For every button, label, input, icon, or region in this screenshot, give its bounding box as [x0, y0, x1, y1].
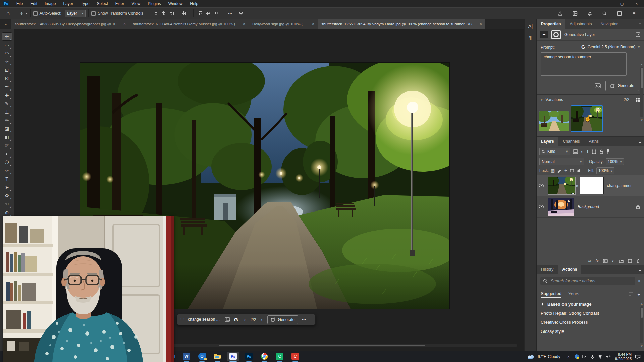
dodge-tool[interactable]: ◐◢: [2, 149, 12, 158]
document-tab-3[interactable]: Hollywood sign.jpg @ 100% (RG...×: [249, 19, 318, 29]
lock-paint-icon[interactable]: [557, 169, 561, 173]
variations-header[interactable]: ∨ Variations 2/2: [537, 95, 644, 105]
filter-shape-icon[interactable]: [592, 149, 596, 154]
menu-file[interactable]: File: [13, 0, 26, 7]
lock-transparent-icon[interactable]: ▦: [551, 168, 555, 173]
layer-mask-thumbnail[interactable]: [580, 177, 604, 194]
minimize-button[interactable]: ─: [600, 0, 614, 7]
layout-icon[interactable]: [571, 9, 579, 17]
filter-type-icon[interactable]: T: [586, 149, 589, 154]
variation-menu-icon[interactable]: •••: [596, 107, 601, 110]
lock-move-icon[interactable]: ✛: [564, 169, 567, 173]
prompt-textarea[interactable]: change season to summer: [541, 52, 627, 76]
add-mask-icon[interactable]: [603, 259, 608, 263]
align-bottom-icon[interactable]: [212, 9, 220, 17]
close-button[interactable]: ×: [629, 0, 644, 7]
layer-name[interactable]: chang...mmer: [607, 183, 632, 188]
panel-menu-icon[interactable]: ≡: [639, 267, 641, 273]
menu-window[interactable]: Window: [165, 0, 186, 7]
type-tool[interactable]: T: [2, 175, 12, 183]
weather-icon[interactable]: [527, 354, 535, 359]
adjustment-layer-icon[interactable]: ◐: [612, 259, 614, 263]
chevron-down-icon[interactable]: ▾: [26, 12, 28, 15]
tab-overflow-icon[interactable]: »: [0, 19, 11, 29]
blur-tool[interactable]: ❍◢: [2, 158, 12, 166]
actions-scrollbar[interactable]: [640, 306, 643, 343]
gradient-tool[interactable]: ◧◢: [2, 133, 12, 141]
brush-tool[interactable]: ✎◢: [2, 99, 12, 108]
more-options-icon[interactable]: •••: [226, 9, 234, 17]
lasso-tool[interactable]: ◠◢: [2, 49, 12, 57]
quick-select-tool[interactable]: ✧◢: [2, 57, 12, 66]
security-shield-icon[interactable]: [574, 354, 579, 359]
previous-variation-button[interactable]: ‹: [241, 316, 249, 323]
action-item-suggestion[interactable]: ✦ Based on your image: [537, 300, 644, 309]
menu-layer[interactable]: Layer: [59, 0, 77, 7]
taskbar-photoshop-icon[interactable]: Ps: [243, 352, 255, 361]
menu-edit[interactable]: Edit: [26, 0, 41, 7]
path-select-tool[interactable]: ➤◢: [2, 183, 12, 191]
document-tab-4[interactable]: shutterstock_1255113094 By Vadym Lavra.j…: [318, 19, 486, 29]
variation-thumbnail-2[interactable]: ••• ☝: [571, 106, 602, 131]
display-icon[interactable]: [582, 354, 587, 359]
tab-properties[interactable]: Properties: [537, 19, 565, 29]
actions-search-box[interactable]: [540, 277, 635, 285]
volume-icon[interactable]: [606, 355, 611, 359]
close-icon[interactable]: ×: [312, 22, 314, 26]
panel-menu-icon[interactable]: ≡: [639, 21, 641, 27]
add-action-icon[interactable]: +: [637, 292, 640, 297]
layer-target-dropdown[interactable]: Layer▾: [65, 10, 86, 17]
scroll-down-icon[interactable]: ∨: [640, 119, 643, 122]
align-top-icon[interactable]: [196, 9, 204, 17]
notification-icon[interactable]: [635, 354, 641, 359]
visibility-toggle[interactable]: [537, 175, 546, 196]
move-tool[interactable]: ✛◢: [2, 32, 12, 41]
hand-tool[interactable]: ☜◢: [2, 200, 12, 208]
horizontal-scrollbar[interactable]: [165, 344, 517, 347]
menu-help[interactable]: Help: [186, 0, 202, 7]
auto-select-checkbox[interactable]: [33, 11, 38, 16]
model-dropdown[interactable]: G Gemini 2.5 (Nano Banana) ∨: [581, 44, 640, 50]
tab-navigator[interactable]: Navigator: [596, 19, 622, 29]
menu-select[interactable]: Select: [93, 0, 111, 7]
align-left-icon[interactable]: [152, 9, 160, 17]
align-center-v-icon[interactable]: [180, 9, 189, 17]
drag-handle-icon[interactable]: ⋮⋮: [179, 318, 185, 321]
layer-thumbnail[interactable]: [548, 198, 574, 216]
tab-adjustments[interactable]: Adjustments: [565, 19, 596, 29]
maximize-button[interactable]: ▢: [614, 0, 629, 7]
crop-tool[interactable]: ⊡◢: [2, 66, 12, 74]
history-brush-tool[interactable]: ✏◢: [2, 116, 12, 124]
smudge-tool[interactable]: ☞◢: [2, 141, 12, 149]
filter-smart-icon[interactable]: [599, 149, 603, 154]
grid-view-icon[interactable]: [635, 97, 640, 102]
layer-thumbnail[interactable]: ✦: [548, 177, 576, 195]
generate-button[interactable]: Generate: [605, 81, 639, 91]
frame-tool[interactable]: ⊠◢: [2, 74, 12, 82]
tab-actions[interactable]: Actions: [558, 265, 581, 274]
layer-name[interactable]: Background: [578, 204, 599, 209]
subtab-yours[interactable]: Yours: [568, 291, 579, 297]
filter-toggle-icon[interactable]: [606, 149, 609, 154]
menu-image[interactable]: Image: [41, 0, 59, 7]
layer-row-generative[interactable]: ✦ ∞ chang...mmer: [537, 175, 644, 196]
eraser-tool[interactable]: ◪◢: [2, 124, 12, 133]
new-group-icon[interactable]: [619, 259, 624, 263]
weather-condition[interactable]: Cloudy: [548, 354, 560, 359]
tab-paths[interactable]: Paths: [584, 137, 603, 146]
menu-plugins[interactable]: Plugins: [144, 0, 164, 7]
taskbar-photoshop-active-icon[interactable]: Ps: [227, 352, 239, 361]
menu-type[interactable]: Type: [77, 0, 93, 7]
workspace-icon[interactable]: [615, 9, 623, 17]
share-icon[interactable]: [556, 9, 564, 17]
action-item[interactable]: Glossy style: [537, 327, 644, 336]
delete-layer-icon[interactable]: [636, 259, 640, 263]
taskbar-recorder-icon[interactable]: C: [289, 352, 301, 361]
visibility-toggle[interactable]: [537, 196, 546, 217]
link-layers-icon[interactable]: ∞: [588, 259, 591, 263]
clear-search-icon[interactable]: ×: [638, 278, 641, 284]
tab-channels[interactable]: Channels: [558, 137, 584, 146]
marquee-tool[interactable]: ▭◢: [2, 41, 12, 49]
close-icon[interactable]: ×: [123, 22, 126, 26]
taskbar-outlook-icon[interactable]: O: [196, 352, 208, 361]
